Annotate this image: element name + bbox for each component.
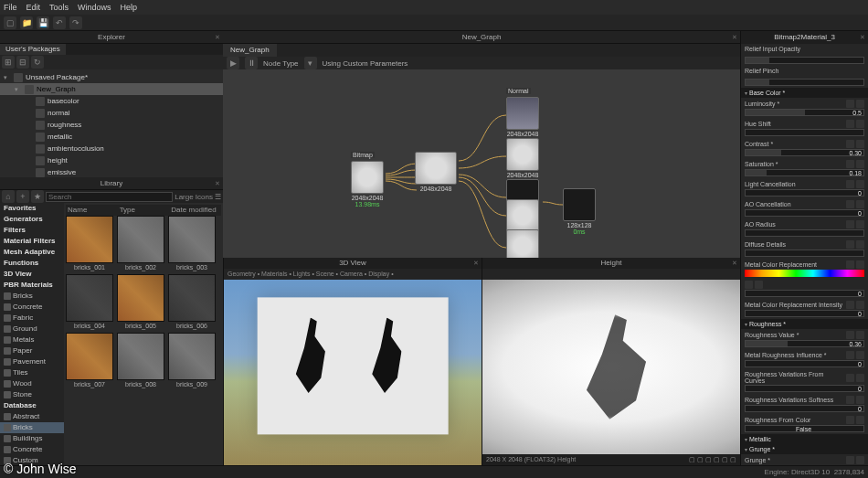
fav-icon[interactable]: ★ [31, 190, 44, 203]
2d-view-toolbar[interactable] [482, 269, 740, 280]
prop-control[interactable]: Light Cancellation0 [741, 178, 868, 198]
tree-item[interactable]: basecolor [0, 95, 223, 107]
lib-category[interactable]: Abstract [0, 411, 64, 422]
lib-category[interactable]: Fabric [0, 313, 64, 324]
prop-control[interactable]: Luminosity *0.5 [741, 98, 868, 118]
dropdown-icon[interactable]: ▾ [304, 57, 317, 69]
lib-category[interactable]: Paper [0, 345, 64, 356]
tree-item[interactable]: emissive [0, 166, 223, 177]
lib-item[interactable]: bricks_009 [168, 333, 216, 389]
lib-category[interactable]: Buildings [0, 433, 64, 444]
lib-category[interactable]: Stone [0, 389, 64, 400]
refresh-icon[interactable]: ↻ [31, 56, 44, 69]
prop-header[interactable]: Roughness * [741, 319, 868, 329]
settings-icon[interactable]: ☰ [215, 193, 221, 201]
graph-node[interactable]: Bitmap2048x204813.98ms [351, 161, 384, 207]
prop-header[interactable]: Metallic [741, 434, 868, 444]
prop-control[interactable]: Diffuse Details [741, 239, 868, 259]
prop-control[interactable]: Metal Roughness Influence *0 [741, 349, 868, 369]
lib-category[interactable]: Ground [0, 324, 64, 335]
menu-help[interactable]: Help [121, 3, 138, 12]
lib-category[interactable]: Filters [0, 225, 64, 236]
menu-windows[interactable]: Windows [78, 3, 111, 12]
prop-control[interactable]: AO Radius [741, 218, 868, 239]
tree-item[interactable]: ▾New_Graph [0, 83, 223, 95]
3d-viewport[interactable] [224, 280, 482, 465]
new-icon[interactable]: ▢ [4, 16, 16, 29]
col-date[interactable]: Date modified [169, 205, 221, 216]
lib-category[interactable]: Wood [0, 378, 64, 389]
redo-icon[interactable]: ↷ [69, 16, 82, 29]
play-icon[interactable]: ▶ [227, 57, 239, 69]
lib-item[interactable]: bricks_006 [168, 274, 216, 331]
prop-control[interactable]: Hue Shift [741, 118, 868, 138]
lib-category[interactable]: Generators [0, 214, 64, 225]
graph-node[interactable]: 2048x20480ms [506, 229, 539, 258]
home-icon[interactable]: ⌂ [2, 190, 15, 203]
prop-header[interactable]: Grunge * [741, 444, 868, 454]
tree-item[interactable]: height [0, 154, 223, 166]
lib-category[interactable]: Concrete [0, 302, 64, 313]
lib-category[interactable]: Bricks [0, 422, 64, 433]
tree-item[interactable]: roughness [0, 119, 223, 131]
menu-file[interactable]: File [4, 3, 17, 12]
lib-item[interactable]: bricks_004 [66, 274, 113, 331]
lib-category[interactable]: Concrete [0, 444, 64, 455]
tree-item[interactable]: metallic [0, 131, 223, 143]
2d-viewport[interactable] [482, 280, 740, 454]
tree-item[interactable]: ▾Unsaved Package* [0, 71, 223, 83]
graph-node[interactable]: 2048x2048 [415, 152, 457, 192]
prop-control[interactable]: Saturation *0.18 [741, 158, 868, 178]
lib-category[interactable]: Metals [0, 335, 64, 345]
prop-header[interactable]: Relief Input Opacity [741, 44, 868, 54]
col-name[interactable]: Name [66, 205, 118, 216]
add-icon[interactable]: + [16, 190, 29, 203]
prop-header[interactable]: Base Color * [741, 88, 868, 98]
zoom-icons[interactable]: ▢ ▢ ▢ ▢ ▢ ▢ [689, 454, 736, 465]
graph-tab[interactable]: New_Graph [223, 44, 277, 57]
save-icon[interactable]: 💾 [37, 16, 49, 29]
lib-item[interactable]: bricks_008 [117, 333, 164, 389]
search-input[interactable] [46, 192, 173, 202]
explorer-tab[interactable]: User's Packages [0, 44, 66, 55]
prop-control[interactable]: Grunge *On [741, 454, 868, 465]
lib-category[interactable]: 3D View [0, 269, 64, 280]
prop-control[interactable]: Roughness Value *0.36 [741, 329, 868, 349]
prop-control[interactable]: Metal Color Replacement [741, 259, 868, 279]
prop-control[interactable]: Roughness Variations Softness0 [741, 394, 868, 414]
lib-category[interactable]: Tiles [0, 367, 64, 378]
graph-canvas[interactable]: Bitmap2048x204813.98ms2048x2048Normal204… [223, 69, 740, 258]
prop-control[interactable]: Roughness From ColorFalse [741, 414, 868, 434]
lib-item[interactable]: bricks_002 [117, 216, 164, 272]
lib-item[interactable]: bricks_001 [66, 216, 113, 272]
tree-item[interactable]: normal [0, 107, 223, 119]
prop-control[interactable]: 0 [741, 279, 868, 299]
tree-collapse-icon[interactable]: ⊟ [16, 56, 29, 69]
prop-control[interactable]: Contrast *0.30 [741, 138, 868, 158]
prop-control[interactable]: AO Cancellation0 [741, 198, 868, 218]
prop-control[interactable]: Metal Color Replacement Intensity0 [741, 299, 868, 319]
tree-expand-icon[interactable]: ⊞ [2, 56, 15, 69]
lib-item[interactable]: bricks_005 [117, 274, 164, 331]
col-type[interactable]: Type [118, 205, 170, 216]
3d-view-menu[interactable]: Geometry • Materials • Lights • Scene • … [224, 269, 482, 280]
graph-node[interactable]: 2048x20480ms [506, 138, 539, 185]
lib-category[interactable]: Functions [0, 258, 64, 269]
lib-category[interactable]: PBR Materials [0, 280, 64, 291]
menu-edit[interactable]: Edit [26, 3, 41, 12]
lib-category[interactable]: Mesh Adaptive [0, 247, 64, 258]
lib-item[interactable]: bricks_003 [168, 216, 216, 272]
lib-category[interactable]: Pavement [0, 356, 64, 367]
prop-control[interactable]: Roughness Variations From Curves0 [741, 369, 868, 394]
prop-header[interactable]: Relief Pinch [741, 66, 868, 76]
lib-item[interactable]: bricks_007 [66, 333, 113, 389]
tree-item[interactable]: ambientocclusion [0, 143, 223, 154]
lib-category[interactable]: Favorites [0, 203, 64, 214]
open-icon[interactable]: 📁 [20, 16, 33, 29]
graph-node[interactable]: 128x1280ms [563, 188, 596, 235]
graph-node[interactable]: Normal2048x20480ms [506, 97, 539, 143]
view-mode[interactable]: Large Icons [175, 193, 213, 201]
lib-category[interactable]: Material Filters [0, 236, 64, 247]
undo-icon[interactable]: ↶ [53, 16, 66, 29]
lib-category[interactable]: Database [0, 400, 64, 411]
